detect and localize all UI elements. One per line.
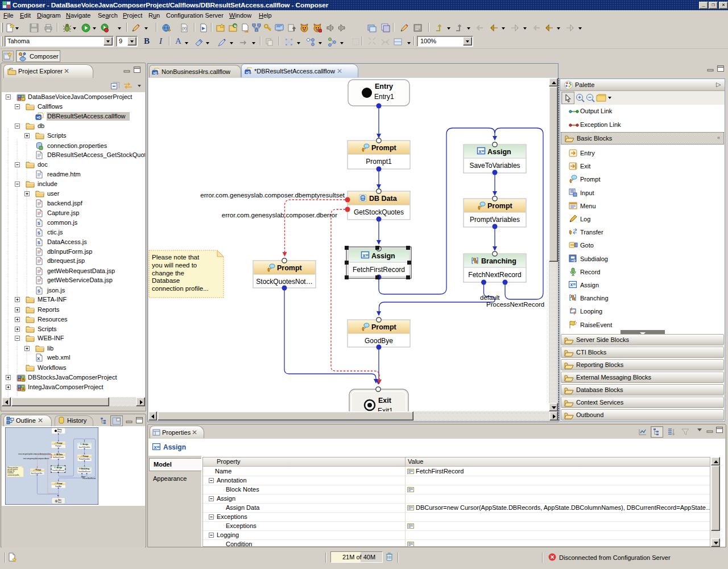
svg-text:x=: x= <box>570 282 576 287</box>
svg-text:(x): (x) <box>182 26 187 31</box>
svg-text:»0: »0 <box>246 71 250 75</box>
svg-text:S: S <box>38 231 40 235</box>
svg-text:S: S <box>38 221 40 225</box>
svg-text:X: X <box>37 356 40 361</box>
svg-text:»0: »0 <box>36 116 41 119</box>
svg-text:S: S <box>38 289 40 293</box>
svg-text:»0: »0 <box>153 71 158 75</box>
svg-text:S: S <box>38 241 40 245</box>
svg-text:x=: x= <box>154 444 160 450</box>
svg-text:N: N <box>234 24 236 28</box>
